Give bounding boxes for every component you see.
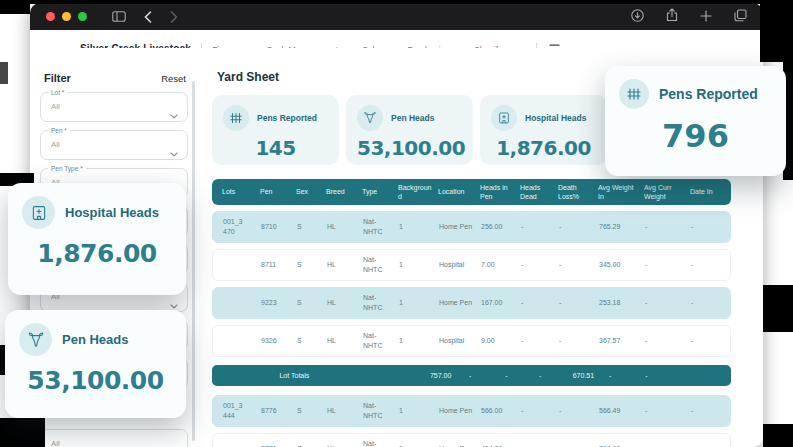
totals-cell: Lot Totals	[279, 372, 309, 379]
column-header: Breed	[326, 187, 362, 196]
totals-cell: -	[609, 372, 611, 379]
downloads-icon[interactable]	[631, 8, 644, 26]
table-cell: -	[645, 336, 691, 346]
table-cell: 1	[399, 298, 439, 308]
table-cell: -	[691, 406, 730, 416]
table-header-row: LotsPenSexBreedTypeBackgroundLocationHea…	[212, 179, 731, 205]
table-cell: 345.00	[599, 260, 645, 270]
overlay-card-pens-reported: Pens Reported 796	[605, 66, 786, 176]
stat-card-pens-reported: Pens Reported 145	[212, 95, 339, 165]
overlay-card-label: Pens Reported	[659, 86, 758, 102]
table-cell: 001_3 444	[223, 401, 261, 421]
totals-cell: -	[469, 372, 471, 379]
desktop-bg	[0, 418, 45, 447]
totals-cell: -	[645, 372, 647, 379]
table-cell: -	[521, 336, 559, 346]
table-cell: -	[691, 298, 730, 308]
table-cell: S	[297, 298, 327, 308]
table-cell: Nat-NHTC	[363, 401, 399, 421]
lot-totals-row: Lot Totals757.00---670.51--	[212, 365, 731, 386]
filter-reset-button[interactable]: Reset	[161, 73, 186, 84]
desktop-bg	[0, 62, 8, 84]
filter-field-value: All	[51, 102, 60, 111]
totals-cell: -	[539, 372, 541, 379]
tab-overview-icon[interactable]	[734, 8, 747, 26]
desktop-bg	[0, 0, 793, 4]
table-cell: 765.29	[599, 222, 645, 232]
table-cell: HL	[327, 406, 363, 416]
filter-field-label: Pen *	[48, 127, 70, 134]
table-row[interactable]: 9223SHLNat-NHTC1Home Pen167.00--253.18--	[212, 287, 731, 319]
yard-sheet-table: LotsPenSexBreedTypeBackgroundLocationHea…	[212, 179, 731, 447]
stat-cards-row: Pens Reported 145 Pen Heads 53,100.00 Ho…	[212, 95, 607, 165]
stat-card-value: 53,100.00	[357, 136, 462, 160]
table-body: 001_3 4448776SHLNat-NHTC1Home Pen566.00-…	[212, 395, 731, 447]
stat-card-label: Pens Reported	[257, 113, 317, 123]
table-cell: 1	[399, 406, 439, 416]
table-cell: -	[691, 260, 730, 270]
minimize-button[interactable]	[62, 12, 71, 21]
table-cell: -	[521, 406, 559, 416]
table-cell: 7.00	[481, 260, 521, 270]
table-cell: -	[645, 406, 691, 416]
filter-field-0[interactable]: Lot * All	[40, 92, 188, 122]
close-button[interactable]	[46, 12, 55, 21]
share-icon[interactable]	[666, 8, 678, 26]
table-row[interactable]: 001_3 4448776SHLNat-NHTC1Home Pen566.00-…	[212, 395, 731, 427]
back-icon[interactable]	[144, 11, 152, 23]
table-cell: 9223	[261, 298, 297, 308]
table-cell: Nat-NHTC	[363, 255, 399, 275]
filter-title: Filter	[44, 72, 71, 84]
sidebar-scrollbar[interactable]	[192, 81, 195, 441]
table-cell: -	[559, 406, 599, 416]
table-cell: 253.18	[599, 298, 645, 308]
table-cell: 8710	[261, 222, 297, 232]
table-cell: 1	[399, 260, 439, 270]
table-row[interactable]: 8771SHLNat-NHTC1Home Pen414.00--704.60--	[212, 433, 731, 447]
table-row[interactable]: 9326SHLNat-NHTC1Hospital9.00--367.57--	[212, 325, 731, 357]
stat-card-pen-heads: Pen Heads 53,100.00	[346, 95, 473, 165]
stat-card-label: Hospital Heads	[525, 113, 586, 123]
chevron-down-icon	[170, 442, 178, 447]
overlay-card-label: Hospital Heads	[65, 205, 159, 220]
desktop-bg	[760, 0, 793, 62]
sidebar-icon[interactable]	[112, 11, 126, 22]
overlay-card-pen-heads: Pen Heads 53,100.00	[5, 310, 186, 418]
table-cell: Hospital	[439, 336, 481, 346]
table-row[interactable]: 8711SHLNat-NHTC1Hospital7.00--345.00--	[212, 249, 731, 281]
table-cell: 1	[399, 222, 439, 232]
fence-icon	[223, 105, 249, 131]
table-cell: 1	[399, 336, 439, 346]
stat-card-label: Pen Heads	[391, 113, 434, 123]
table-cell: 566.49	[599, 406, 645, 416]
column-header: Background	[398, 183, 438, 202]
filter-field-1[interactable]: Pen * All	[40, 130, 188, 160]
column-header: Avg Weight In	[598, 183, 644, 202]
table-cell: -	[521, 260, 559, 270]
table-cell: Nat-NHTC	[363, 331, 399, 351]
page-title: Yard Sheet	[217, 70, 279, 84]
table-cell: HL	[327, 222, 363, 232]
table-cell: -	[559, 336, 599, 346]
table-cell: S	[297, 336, 327, 346]
table-cell: S	[297, 222, 327, 232]
column-header: Death Loss%	[558, 183, 598, 202]
table-cell: 167.00	[481, 298, 521, 308]
forward-icon[interactable]	[170, 11, 178, 23]
overlay-card-value: 1,876.00	[8, 239, 186, 268]
table-cell: Nat-NHTC	[363, 217, 399, 237]
table-cell: Nat-NHTC	[363, 439, 399, 447]
filter-field-8[interactable]: All	[40, 429, 188, 447]
cow-icon	[357, 105, 383, 131]
filter-field-label: Lot *	[48, 89, 67, 96]
table-cell: -	[521, 222, 559, 232]
table-row[interactable]: 001_3 4708710SHLNat-NHTC1Home Pen256.00-…	[212, 211, 731, 243]
table-body: 001_3 4708710SHLNat-NHTC1Home Pen256.00-…	[212, 211, 731, 357]
filter-field-value: All	[51, 140, 60, 149]
new-tab-icon[interactable]	[700, 8, 712, 26]
table-cell: 256.00	[481, 222, 521, 232]
chevron-down-icon	[170, 105, 178, 123]
table-cell: -	[645, 222, 691, 232]
maximize-button[interactable]	[78, 12, 87, 21]
table-cell: Home Pen	[439, 406, 481, 416]
